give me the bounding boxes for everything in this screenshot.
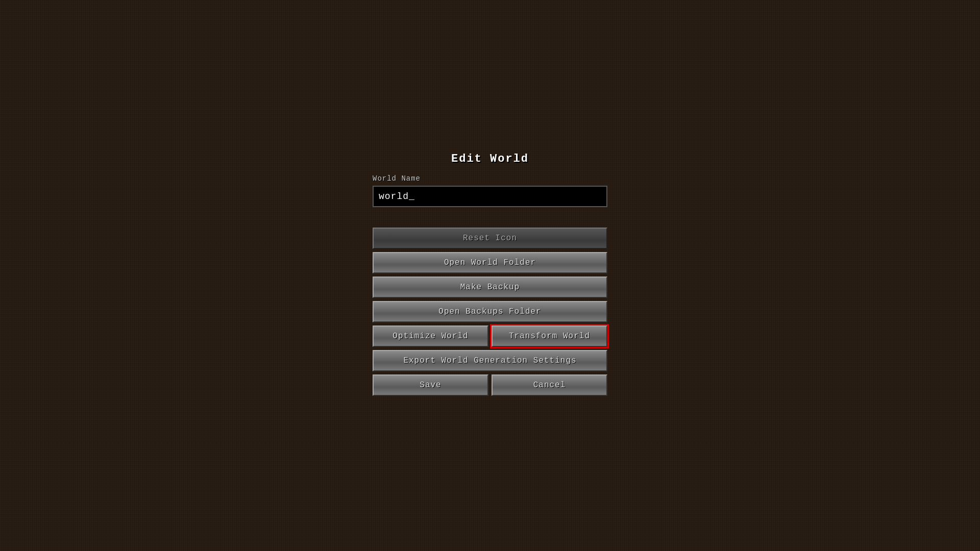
optimize-transform-row: Optimize World Transform World — [373, 325, 607, 347]
save-cancel-row: Save Cancel — [373, 374, 607, 396]
optimize-world-button[interactable]: Optimize World — [373, 325, 488, 347]
cancel-button[interactable]: Cancel — [492, 374, 607, 396]
transform-world-button[interactable]: Transform World — [492, 325, 607, 347]
open-world-folder-button[interactable]: Open World Folder — [373, 252, 607, 273]
reset-icon-button[interactable]: Reset Icon — [373, 228, 607, 249]
make-backup-button[interactable]: Make Backup — [373, 277, 607, 298]
open-backups-folder-button[interactable]: Open Backups Folder — [373, 301, 607, 322]
save-button[interactable]: Save — [373, 374, 488, 396]
export-world-generation-settings-button[interactable]: Export World Generation Settings — [373, 350, 607, 371]
world-name-input[interactable] — [373, 186, 607, 207]
page-title: Edit World — [451, 153, 529, 165]
world-name-label: World Name — [373, 174, 607, 183]
edit-world-panel: Edit World World Name Reset Icon Open Wo… — [296, 153, 684, 399]
